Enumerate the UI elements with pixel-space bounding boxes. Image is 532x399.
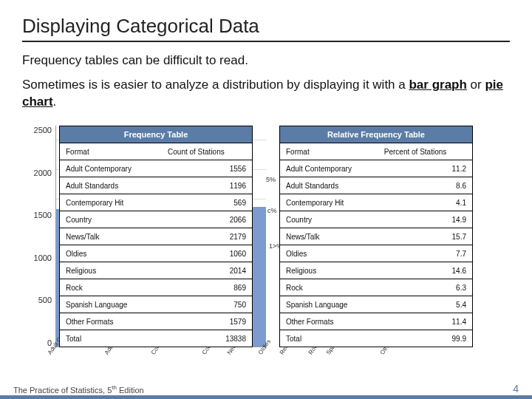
col-header: Format bbox=[60, 143, 162, 160]
table-row: Spanish Language5.4 bbox=[280, 296, 472, 313]
cell-value: 99.9 bbox=[378, 330, 472, 347]
cell-value: 11.4 bbox=[378, 313, 472, 330]
term-bar-graph: bar graph bbox=[409, 78, 466, 92]
cell-value: 569 bbox=[162, 194, 252, 211]
table-row: Oldies7.7 bbox=[280, 245, 472, 262]
table-title: Relative Frequency Table bbox=[280, 126, 472, 143]
cell-format: Contemporary Hit bbox=[280, 194, 378, 211]
table-row: Other Formats11.4 bbox=[280, 313, 472, 330]
cell-format: Other Formats bbox=[60, 313, 162, 330]
table-row: Adult Standards8.6 bbox=[280, 177, 472, 194]
cell-format: News/Talk bbox=[60, 228, 162, 245]
table-row: Rock6.3 bbox=[280, 279, 472, 296]
cell-value: 1196 bbox=[162, 177, 252, 194]
table-row: Adult Contemporary11.2 bbox=[280, 160, 472, 177]
cell-format: Adult Contemporary bbox=[280, 160, 378, 177]
table-header-row: Format Count of Stations bbox=[60, 143, 252, 160]
table-header-row: Format Percent of Stations bbox=[280, 143, 472, 160]
cell-value: 11.2 bbox=[378, 160, 472, 177]
cell-format: Religious bbox=[60, 262, 162, 279]
data-table: Format Count of Stations Adult Contempor… bbox=[60, 143, 252, 347]
cell-value: 14.9 bbox=[378, 211, 472, 228]
cell-format: Other Formats bbox=[280, 313, 378, 330]
cell-format: News/Talk bbox=[280, 228, 378, 245]
cell-value: 15.7 bbox=[378, 228, 472, 245]
cell-format: Adult Standards bbox=[280, 177, 378, 194]
cell-format: Adult Standards bbox=[60, 177, 162, 194]
table-row: Rock869 bbox=[60, 279, 252, 296]
table-row: Religious2014 bbox=[60, 262, 252, 279]
table-row: Country14.9 bbox=[280, 211, 472, 228]
table-row: Adult Standards1196 bbox=[60, 177, 252, 194]
cell-value: 8.6 bbox=[378, 177, 472, 194]
table-row: Total99.9 bbox=[280, 330, 472, 347]
col-header: Percent of Stations bbox=[378, 143, 472, 160]
table-row: Oldies1060 bbox=[60, 245, 252, 262]
cell-value: 1060 bbox=[162, 245, 252, 262]
frequency-table: Frequency Table Format Count of Stations… bbox=[59, 126, 253, 347]
cell-value: 4.1 bbox=[378, 194, 472, 211]
cell-format: Country bbox=[60, 211, 162, 228]
cell-format: Total bbox=[280, 330, 378, 347]
table-row: Spanish Language750 bbox=[60, 296, 252, 313]
cell-value: 2066 bbox=[162, 211, 252, 228]
page-title: Displaying Categorical Data bbox=[22, 15, 510, 42]
table-row: Total13838 bbox=[60, 330, 252, 347]
cell-format: Oldies bbox=[280, 245, 378, 262]
table-row: Country2066 bbox=[60, 211, 252, 228]
table-row: News/Talk2179 bbox=[60, 228, 252, 245]
table-row: Contemporary Hit4.1 bbox=[280, 194, 472, 211]
col-header: Format bbox=[280, 143, 378, 160]
bar-xaxis: Adult ContemporaryAdult StandardsContemp… bbox=[55, 347, 266, 369]
cell-value: 7.7 bbox=[378, 245, 472, 262]
cell-value: 13838 bbox=[162, 330, 252, 347]
cell-format: Spanish Language bbox=[60, 296, 162, 313]
table-row: Religious14.6 bbox=[280, 262, 472, 279]
cell-value: 869 bbox=[162, 279, 252, 296]
table-title: Frequency Table bbox=[60, 126, 252, 143]
relative-frequency-table: Relative Frequency Table Format Percent … bbox=[279, 126, 473, 347]
table-row: Other Formats1579 bbox=[60, 313, 252, 330]
cell-format: Contemporary Hit bbox=[60, 194, 162, 211]
body-text: Sometimes is is easier to analyze a dist… bbox=[22, 78, 409, 92]
cell-format: Total bbox=[60, 330, 162, 347]
body-text: . bbox=[53, 95, 57, 109]
footer-text: The Practice of Statistics, 5 bbox=[13, 386, 112, 395]
table-row: Adult Contemporary1556 bbox=[60, 160, 252, 177]
cell-format: Spanish Language bbox=[280, 296, 378, 313]
cell-format: Adult Contemporary bbox=[60, 160, 162, 177]
cell-format: Religious bbox=[280, 262, 378, 279]
cell-value: 1556 bbox=[162, 160, 252, 177]
book-title: The Practice of Statistics, 5th Edition bbox=[13, 384, 144, 395]
body-text: or bbox=[467, 78, 485, 92]
cell-format: Country bbox=[280, 211, 378, 228]
body-line-2: Sometimes is is easier to analyze a dist… bbox=[22, 77, 510, 111]
cell-format: Rock bbox=[280, 279, 378, 296]
page-number: 4 bbox=[513, 383, 519, 395]
footer-text: Edition bbox=[117, 386, 144, 395]
footer: The Practice of Statistics, 5th Edition … bbox=[0, 383, 532, 399]
footer-sup: th bbox=[112, 384, 117, 391]
data-table: Format Percent of Stations Adult Contemp… bbox=[280, 143, 472, 347]
col-header: Count of Stations bbox=[162, 143, 252, 160]
cell-value: 750 bbox=[162, 296, 252, 313]
body-line-1: Frequency tables can be difficult to rea… bbox=[22, 52, 510, 69]
cell-value: 6.3 bbox=[378, 279, 472, 296]
cell-format: Rock bbox=[60, 279, 162, 296]
cell-value: 14.6 bbox=[378, 262, 472, 279]
cell-format: Oldies bbox=[60, 245, 162, 262]
cell-value: 2014 bbox=[162, 262, 252, 279]
cell-value: 2179 bbox=[162, 228, 252, 245]
cell-value: 5.4 bbox=[378, 296, 472, 313]
table-row: News/Talk15.7 bbox=[280, 228, 472, 245]
tables-container: Frequency Table Format Count of Stations… bbox=[0, 126, 532, 347]
table-row: Contemporary Hit569 bbox=[60, 194, 252, 211]
cell-value: 1579 bbox=[162, 313, 252, 330]
